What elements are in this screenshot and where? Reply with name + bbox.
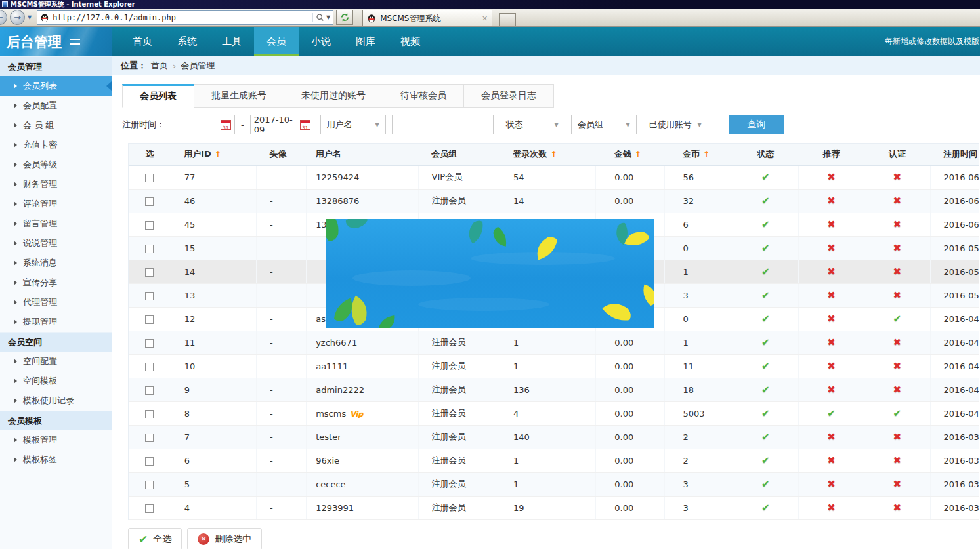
back-button[interactable]: ← bbox=[0, 10, 7, 25]
sidebar-item[interactable]: 代理管理 bbox=[0, 293, 112, 312]
cell-status[interactable]: ✔ bbox=[733, 189, 798, 213]
browser-tab[interactable]: MSCMS管理系统 ✕ bbox=[362, 10, 492, 26]
tab-4[interactable]: 待审核会员 bbox=[383, 84, 464, 108]
cell-auth[interactable]: ✖ bbox=[864, 472, 930, 496]
cell-status[interactable]: ✔ bbox=[733, 165, 798, 189]
sidebar-item[interactable]: 财务管理 bbox=[0, 174, 112, 194]
nav-item-2[interactable]: 系统 bbox=[165, 27, 209, 56]
sidebar-item[interactable]: 会员等级 bbox=[0, 155, 112, 174]
sidebar-item[interactable]: 提现管理 bbox=[0, 312, 112, 332]
cell-recommend[interactable]: ✖ bbox=[799, 472, 864, 496]
sidebar-item[interactable]: 空间模板 bbox=[0, 371, 112, 391]
sidebar-item[interactable]: 模板管理 bbox=[0, 430, 112, 450]
row-checkbox[interactable] bbox=[145, 339, 154, 348]
cell-recommend[interactable]: ✖ bbox=[799, 283, 864, 307]
cell-status[interactable]: ✔ bbox=[733, 331, 798, 354]
cell-auth[interactable]: ✔ bbox=[864, 307, 930, 331]
tab-3[interactable]: 未使用过的账号 bbox=[284, 84, 383, 108]
sidebar-item[interactable]: 系统消息 bbox=[0, 253, 112, 273]
row-checkbox[interactable] bbox=[145, 363, 154, 371]
address-bar[interactable]: http://127.0.0.1/admin.php ▼ bbox=[37, 10, 333, 25]
keyword-input[interactable] bbox=[392, 115, 494, 134]
cell-auth[interactable]: ✖ bbox=[864, 189, 930, 213]
cell-status[interactable]: ✔ bbox=[733, 378, 798, 401]
date-from-input[interactable]: 31 bbox=[171, 115, 235, 134]
search-dropdown-icon[interactable]: ▼ bbox=[326, 14, 330, 20]
refresh-button[interactable] bbox=[336, 10, 353, 25]
sort-asc-icon[interactable]: ↑ bbox=[215, 150, 221, 159]
row-checkbox[interactable] bbox=[145, 386, 154, 395]
cell-recommend[interactable]: ✔ bbox=[799, 401, 864, 425]
cell-status[interactable]: ✔ bbox=[733, 425, 798, 449]
tab-1[interactable]: 会员列表 bbox=[122, 84, 194, 108]
row-checkbox[interactable] bbox=[145, 434, 154, 442]
sidebar-item[interactable]: 宣传分享 bbox=[0, 273, 112, 293]
cell-auth[interactable]: ✖ bbox=[864, 449, 930, 472]
sidebar-item[interactable]: 会员列表 bbox=[0, 76, 112, 96]
delete-selected-button[interactable]: ✕ 删除选中 bbox=[187, 528, 262, 549]
cell-recommend[interactable]: ✖ bbox=[799, 331, 864, 354]
cell-status[interactable]: ✔ bbox=[733, 354, 798, 378]
row-checkbox[interactable] bbox=[145, 292, 154, 300]
cell-status[interactable]: ✔ bbox=[733, 283, 798, 307]
select-all-button[interactable]: ✔ 全选 bbox=[128, 528, 182, 549]
cell-recommend[interactable]: ✖ bbox=[799, 449, 864, 472]
row-checkbox[interactable] bbox=[145, 457, 154, 466]
col-header[interactable]: 金币↑ bbox=[664, 144, 733, 165]
cell-recommend[interactable]: ✖ bbox=[799, 496, 864, 519]
cell-recommend[interactable]: ✖ bbox=[799, 189, 864, 213]
col-header[interactable]: 用户ID↑ bbox=[171, 144, 256, 165]
cell-auth[interactable]: ✖ bbox=[864, 425, 930, 449]
sidebar-item[interactable]: 会 员 组 bbox=[0, 115, 112, 135]
sidebar-item[interactable]: 会员配置 bbox=[0, 96, 112, 115]
search-icon[interactable] bbox=[316, 13, 324, 22]
cell-status[interactable]: ✔ bbox=[733, 472, 798, 496]
cell-auth[interactable]: ✖ bbox=[864, 260, 930, 283]
cell-recommend[interactable]: ✖ bbox=[799, 354, 864, 378]
sort-asc-icon[interactable]: ↑ bbox=[635, 150, 641, 159]
sidebar-item[interactable]: 模板使用记录 bbox=[0, 391, 112, 411]
sidebar-item[interactable]: 空间配置 bbox=[0, 352, 112, 371]
forward-button[interactable]: → bbox=[10, 10, 25, 25]
row-checkbox[interactable] bbox=[145, 221, 154, 230]
group-select[interactable]: 会员组 ▼ bbox=[571, 115, 637, 134]
nav-item-4[interactable]: 会员 bbox=[254, 27, 299, 56]
nav-item-6[interactable]: 图库 bbox=[343, 27, 388, 56]
status-select[interactable]: 状态 ▼ bbox=[500, 115, 565, 134]
sidebar-item[interactable]: 说说管理 bbox=[0, 234, 112, 253]
search-button[interactable]: 查询 bbox=[729, 115, 784, 134]
cell-auth[interactable]: ✖ bbox=[864, 236, 930, 260]
cell-auth[interactable]: ✖ bbox=[864, 165, 930, 189]
row-checkbox[interactable] bbox=[145, 481, 154, 489]
tab-2[interactable]: 批量生成账号 bbox=[194, 84, 284, 108]
tab-5[interactable]: 会员登录日志 bbox=[464, 84, 554, 108]
cell-status[interactable]: ✔ bbox=[733, 307, 798, 331]
row-checkbox[interactable] bbox=[145, 410, 154, 418]
cell-recommend[interactable]: ✖ bbox=[799, 213, 864, 236]
cell-recommend[interactable]: ✖ bbox=[799, 236, 864, 260]
nav-item-1[interactable]: 首页 bbox=[120, 27, 165, 56]
calendar-icon[interactable]: 31 bbox=[300, 120, 310, 130]
cell-recommend[interactable]: ✖ bbox=[799, 307, 864, 331]
row-checkbox[interactable] bbox=[145, 245, 154, 253]
date-to-input[interactable]: 2017-10-09 31 bbox=[250, 115, 314, 134]
calendar-icon[interactable]: 31 bbox=[221, 120, 231, 130]
cell-status[interactable]: ✔ bbox=[733, 449, 798, 472]
cell-status[interactable]: ✔ bbox=[733, 496, 798, 519]
cell-auth[interactable]: ✖ bbox=[864, 496, 930, 519]
sidebar-item[interactable]: 留言管理 bbox=[0, 214, 112, 234]
row-checkbox[interactable] bbox=[145, 268, 154, 277]
sidebar-item[interactable]: 评论管理 bbox=[0, 194, 112, 214]
sort-asc-icon[interactable]: ↑ bbox=[550, 150, 557, 159]
row-checkbox[interactable] bbox=[145, 197, 154, 206]
cell-status[interactable]: ✔ bbox=[733, 401, 798, 425]
nav-item-7[interactable]: 视频 bbox=[388, 27, 433, 56]
new-tab-button[interactable] bbox=[499, 13, 516, 26]
sort-asc-icon[interactable]: ↑ bbox=[703, 150, 710, 159]
cell-recommend[interactable]: ✖ bbox=[799, 165, 864, 189]
cell-recommend[interactable]: ✖ bbox=[799, 425, 864, 449]
cell-auth[interactable]: ✖ bbox=[864, 331, 930, 354]
col-header[interactable]: 登录次数↑ bbox=[500, 144, 595, 165]
cell-status[interactable]: ✔ bbox=[733, 213, 798, 236]
menu-icon[interactable] bbox=[70, 39, 80, 45]
